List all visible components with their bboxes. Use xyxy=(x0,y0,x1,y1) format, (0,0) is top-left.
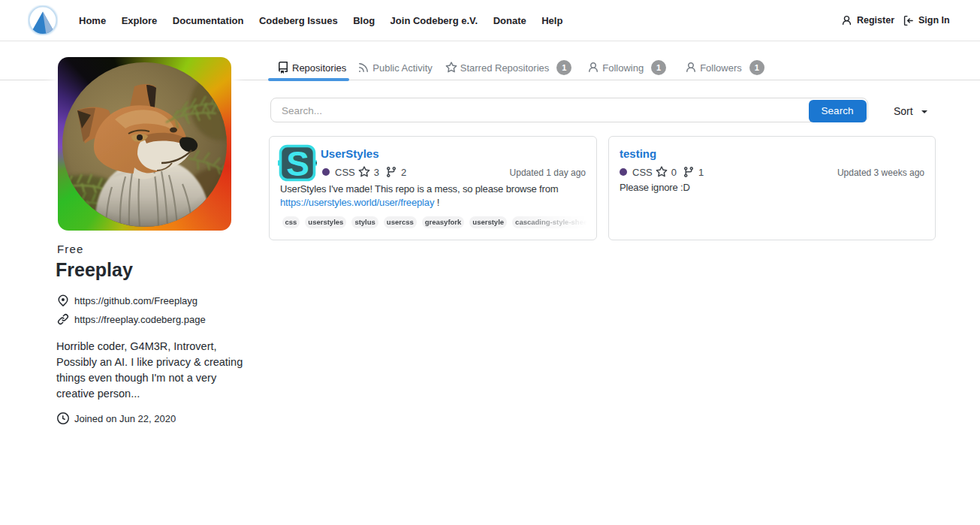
svg-text:S: S xyxy=(286,144,309,183)
